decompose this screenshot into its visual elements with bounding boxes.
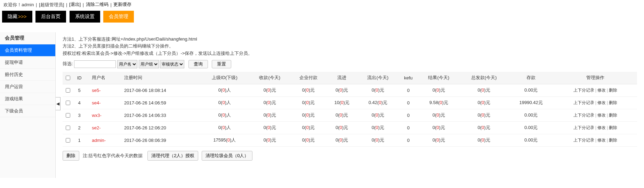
del-link[interactable]: 删除 bbox=[609, 100, 617, 105]
row-checkbox[interactable] bbox=[66, 88, 70, 93]
log-link[interactable]: 上下分记录 bbox=[573, 138, 594, 143]
cell: 0(0)元 bbox=[327, 84, 357, 96]
log-link[interactable]: 上下分记录 bbox=[573, 100, 594, 105]
arrows-icon: >>> bbox=[18, 14, 27, 19]
action-cell: 上下分记录|修改|删除 bbox=[554, 121, 637, 134]
bulk-delete-button[interactable]: 删除 bbox=[63, 151, 79, 161]
nav-home-button[interactable]: 后台首页 bbox=[35, 11, 66, 23]
cell: 0 bbox=[399, 134, 418, 146]
cell: 0(0)元 bbox=[418, 134, 459, 146]
refresh-cache-link[interactable]: 更新缓存 bbox=[113, 2, 131, 7]
action-cell: 上下分记录|修改|删除 bbox=[554, 109, 637, 121]
filter-input[interactable] bbox=[74, 60, 116, 68]
sidebar-item-3[interactable]: 用户运营 bbox=[0, 81, 55, 93]
reset-button[interactable]: 重置 bbox=[212, 60, 231, 68]
edit-link[interactable]: 修改 bbox=[597, 88, 606, 93]
role-text: [超级管理员] bbox=[39, 2, 64, 7]
cell: 0(0)元 bbox=[327, 134, 357, 146]
clean-agent-button[interactable]: 清理代理（2人）授权 bbox=[147, 151, 198, 161]
intro-line2: 方法2、上下分员直接扫描会员的二维码继续下分操作。 bbox=[63, 43, 637, 50]
cell: 0(0)元 bbox=[418, 121, 459, 134]
username-link[interactable]: se5- bbox=[92, 88, 100, 93]
sidebar-item-2[interactable]: 赔付历史 bbox=[0, 69, 55, 81]
edit-link[interactable]: 修改 bbox=[597, 113, 606, 118]
welcome-text: 欢迎你！admin bbox=[3, 2, 34, 7]
sidebar-item-5[interactable]: 下级会员 bbox=[0, 105, 55, 117]
action-cell: 上下分记录|修改|删除 bbox=[554, 96, 637, 109]
row-checkbox[interactable] bbox=[66, 138, 70, 143]
del-link[interactable]: 删除 bbox=[609, 88, 617, 93]
edit-link[interactable]: 修改 bbox=[597, 100, 606, 105]
log-link[interactable]: 上下分记录 bbox=[573, 88, 594, 93]
cell-reg: 2017-06-26 14:06:59 bbox=[123, 96, 200, 109]
audit-select[interactable]: 审核状态 bbox=[160, 60, 184, 68]
log-link[interactable]: 上下分记录 bbox=[573, 125, 594, 130]
main: 会员管理 会员资料管理提现申请赔付历史用户运营游戏结果下级会员 ◀ 方法1、上下… bbox=[0, 32, 644, 178]
cell: 0(0)元 bbox=[459, 134, 508, 146]
intro-line3: 授权过程:检索出某会员->修改->用户组修改成（上下分员）->保存，发送以上连接… bbox=[63, 50, 637, 57]
log-link[interactable]: 上下分记录 bbox=[573, 113, 594, 118]
th-pay: 企业付款 bbox=[290, 72, 327, 84]
group-select[interactable]: 用户组 bbox=[139, 60, 159, 68]
navbar: 隐藏 >>> 后台首页 系统设置 会员管理 bbox=[0, 9, 644, 24]
sidebar-heading: 会员管理 bbox=[0, 32, 55, 44]
th-user: 用户名 bbox=[86, 72, 123, 84]
del-link[interactable]: 删除 bbox=[609, 125, 617, 130]
th-recv: 收款(今天) bbox=[249, 72, 290, 84]
row-checkbox[interactable] bbox=[66, 101, 70, 105]
topbar: 欢迎你！admin | [超级管理员] | [退出] | 清除二维码 | 更新缓… bbox=[0, 0, 644, 9]
cell: 0.00元 bbox=[508, 134, 554, 146]
nav-member-button[interactable]: 会员管理 bbox=[103, 11, 134, 23]
filter-bar: 筛选: 用户名 用户组 审核状态 查询 重置 bbox=[63, 60, 637, 68]
sidebar: 会员管理 会员资料管理提现申请赔付历史用户运营游戏结果下级会员 bbox=[0, 32, 56, 178]
cell: 0(0)元 bbox=[459, 109, 508, 121]
username-select[interactable]: 用户名 bbox=[117, 60, 137, 68]
query-button[interactable]: 查询 bbox=[188, 60, 208, 68]
cell: 0(0)元 bbox=[327, 121, 357, 134]
clear-qr-link[interactable]: 清除二维码 bbox=[86, 2, 108, 7]
username-link[interactable]: wx3- bbox=[92, 113, 101, 118]
th-kefu: kefu bbox=[399, 72, 418, 84]
sidebar-item-0[interactable]: 会员资料管理 bbox=[0, 44, 55, 57]
cell: 0.00元 bbox=[508, 84, 554, 96]
table-row: 2se2-2017-06-26 12:06:200(0)人0(0)元0(0)元0… bbox=[63, 121, 637, 134]
hide-sidebar-button[interactable]: 隐藏 >>> bbox=[2, 11, 32, 23]
cell: 0(0)元 bbox=[418, 84, 459, 96]
cell: 0 bbox=[399, 84, 418, 96]
edit-link[interactable]: 修改 bbox=[597, 138, 606, 143]
cell-reg: 2017-06-26 08:06:39 bbox=[123, 134, 200, 146]
cell: 0(0)人 bbox=[200, 84, 249, 96]
sidebar-item-1[interactable]: 提现申请 bbox=[0, 57, 55, 69]
cell: 0(0)元 bbox=[357, 134, 399, 146]
username-link[interactable]: admin- bbox=[92, 138, 106, 143]
row-checkbox[interactable] bbox=[66, 126, 70, 130]
cell: 0 bbox=[399, 109, 418, 121]
filter-label: 筛选: bbox=[63, 61, 73, 66]
del-link[interactable]: 删除 bbox=[609, 138, 617, 143]
th-reg: 注册时间 bbox=[123, 72, 200, 84]
row-checkbox[interactable] bbox=[66, 113, 70, 118]
del-link[interactable]: 删除 bbox=[609, 113, 617, 118]
username-link[interactable]: se4- bbox=[92, 100, 100, 105]
cell-reg: 2017-06-26 12:06:20 bbox=[123, 121, 200, 134]
cell: 10(0)元 bbox=[327, 96, 357, 109]
username-link[interactable]: se2- bbox=[92, 125, 100, 130]
cell: 0.00元 bbox=[508, 109, 554, 121]
cell: 3 bbox=[73, 109, 86, 121]
edit-link[interactable]: 修改 bbox=[597, 125, 606, 130]
collapse-tab[interactable]: ◀ bbox=[56, 97, 61, 110]
cell: 0 bbox=[399, 96, 418, 109]
member-table: ID 用户名 注册时间 上级ID(下级) 收款(今天) 企业付款 流进 流出(今… bbox=[63, 72, 637, 147]
cell: 0(0)元 bbox=[249, 134, 290, 146]
cell: 0(0)人 bbox=[200, 96, 249, 109]
cell: 9.58(0)元 bbox=[418, 96, 459, 109]
sidebar-item-4[interactable]: 游戏结果 bbox=[0, 93, 55, 105]
select-all-checkbox[interactable] bbox=[66, 76, 70, 80]
cell: 0(0)元 bbox=[249, 84, 290, 96]
logout-link[interactable]: [退出] bbox=[69, 2, 81, 7]
nav-system-button[interactable]: 系统设置 bbox=[70, 11, 100, 23]
th-ops: 管理操作 bbox=[554, 72, 637, 84]
cell: 0(0)人 bbox=[200, 109, 249, 121]
clean-junk-button[interactable]: 清理垃圾会员（0人） bbox=[202, 151, 252, 161]
hide-label: 隐藏 bbox=[8, 14, 17, 20]
